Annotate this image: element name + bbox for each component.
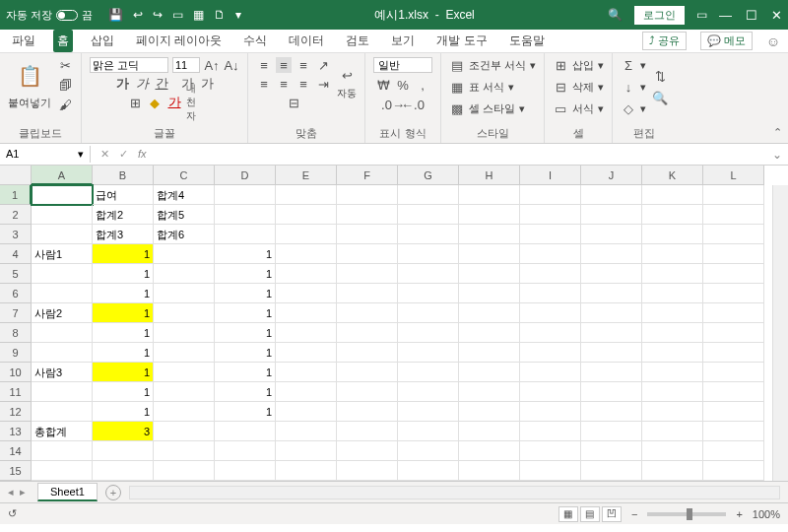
cell[interactable]	[215, 225, 276, 244]
cell[interactable]	[581, 225, 642, 244]
cell[interactable]: 사람1	[32, 244, 93, 264]
cell[interactable]	[642, 343, 703, 363]
cell[interactable]	[520, 363, 581, 382]
cell[interactable]	[703, 461, 764, 481]
cell[interactable]	[276, 422, 337, 441]
find-icon[interactable]: 🔍	[652, 90, 668, 105]
cell[interactable]	[215, 205, 276, 225]
tab-home[interactable]: 홈	[53, 30, 73, 52]
cell[interactable]	[459, 363, 520, 382]
cell[interactable]	[581, 422, 642, 441]
cell[interactable]: 1	[93, 244, 154, 264]
cell[interactable]: 1	[215, 303, 276, 323]
cell[interactable]: 사람3	[32, 363, 93, 382]
column-header[interactable]: H	[459, 166, 520, 185]
row-header[interactable]: 11	[0, 382, 32, 402]
cell[interactable]	[154, 244, 215, 264]
row-header[interactable]: 9	[0, 343, 32, 363]
cell[interactable]	[398, 284, 459, 303]
cell[interactable]	[32, 441, 93, 461]
cell[interactable]	[459, 264, 520, 284]
cell[interactable]	[276, 343, 337, 363]
cell[interactable]	[154, 284, 215, 303]
cell[interactable]	[459, 323, 520, 343]
cell[interactable]: 1	[93, 264, 154, 284]
cell[interactable]: 급여	[93, 185, 154, 205]
sheet-next-icon[interactable]: ▸	[20, 486, 26, 499]
tab-insert[interactable]: 삽입	[87, 30, 118, 52]
cell[interactable]	[703, 284, 764, 303]
paste-icon[interactable]: 📋	[14, 60, 45, 92]
cell[interactable]	[276, 461, 337, 481]
cell[interactable]	[581, 382, 642, 402]
sheet-prev-icon[interactable]: ◂	[8, 486, 14, 499]
normal-view-button[interactable]: ▦	[558, 506, 578, 522]
memo-button[interactable]: 💬 메모	[700, 32, 753, 50]
add-sheet-button[interactable]: +	[105, 485, 121, 500]
cell[interactable]	[154, 461, 215, 481]
cell[interactable]	[337, 382, 398, 402]
cell[interactable]	[703, 303, 764, 323]
cell[interactable]	[398, 205, 459, 225]
cell[interactable]	[398, 402, 459, 422]
border-icon[interactable]: ⊞	[127, 95, 143, 110]
cell[interactable]	[215, 422, 276, 441]
cell[interactable]: 1	[215, 382, 276, 402]
align-right-icon[interactable]: ≡	[296, 76, 311, 92]
cell[interactable]: 사람2	[32, 303, 93, 323]
cell[interactable]	[154, 402, 215, 422]
cell[interactable]	[703, 363, 764, 382]
copy-icon[interactable]: 🗐	[57, 77, 73, 93]
cell[interactable]	[581, 402, 642, 422]
cell[interactable]	[337, 225, 398, 244]
cell[interactable]	[337, 441, 398, 461]
tab-help[interactable]: 도움말	[505, 30, 549, 52]
cell[interactable]: 1	[93, 284, 154, 303]
cell[interactable]	[520, 402, 581, 422]
cell[interactable]	[581, 205, 642, 225]
cell[interactable]	[398, 363, 459, 382]
cell[interactable]	[459, 422, 520, 441]
grow-font-icon[interactable]: A↑	[204, 57, 220, 73]
cell[interactable]	[703, 382, 764, 402]
currency-icon[interactable]: ₩	[375, 77, 391, 93]
align-left-icon[interactable]: ≡	[256, 76, 272, 92]
cell[interactable]	[398, 441, 459, 461]
cell[interactable]	[215, 441, 276, 461]
cell[interactable]	[337, 244, 398, 264]
collapse-ribbon-icon[interactable]: ⌃	[773, 126, 782, 139]
row-header[interactable]: 14	[0, 441, 32, 461]
name-box[interactable]: A1▾	[0, 146, 91, 163]
conditional-format-button[interactable]: ▤조건부 서식 ▾	[449, 57, 536, 73]
cell[interactable]	[520, 284, 581, 303]
tab-view[interactable]: 보기	[387, 30, 419, 52]
cell[interactable]	[520, 244, 581, 264]
cell[interactable]	[276, 185, 337, 205]
indent-icon[interactable]: ⇥	[315, 76, 331, 92]
zoom-in-button[interactable]: +	[736, 508, 742, 520]
cell[interactable]	[642, 185, 703, 205]
cell[interactable]: 1	[93, 382, 154, 402]
cell[interactable]	[520, 343, 581, 363]
cell[interactable]	[154, 343, 215, 363]
cell[interactable]	[459, 205, 520, 225]
page-break-button[interactable]: 凹	[602, 506, 622, 522]
cell[interactable]	[520, 382, 581, 402]
cell[interactable]: 합계2	[93, 205, 154, 225]
cell[interactable]	[276, 363, 337, 382]
cell[interactable]	[581, 303, 642, 323]
column-header[interactable]: J	[581, 166, 642, 185]
column-header[interactable]: G	[398, 166, 459, 185]
cell[interactable]: 합계5	[154, 205, 215, 225]
cell[interactable]	[703, 264, 764, 284]
tab-layout[interactable]: 페이지 레이아웃	[132, 30, 226, 52]
cell[interactable]	[459, 225, 520, 244]
cell[interactable]	[703, 205, 764, 225]
cell[interactable]	[154, 323, 215, 343]
cell[interactable]: 1	[215, 363, 276, 382]
cell[interactable]	[337, 303, 398, 323]
cell[interactable]	[642, 461, 703, 481]
row-header[interactable]: 13	[0, 422, 32, 441]
cell-style-button[interactable]: ▩셀 스타일 ▾	[449, 100, 525, 116]
cell[interactable]	[154, 382, 215, 402]
